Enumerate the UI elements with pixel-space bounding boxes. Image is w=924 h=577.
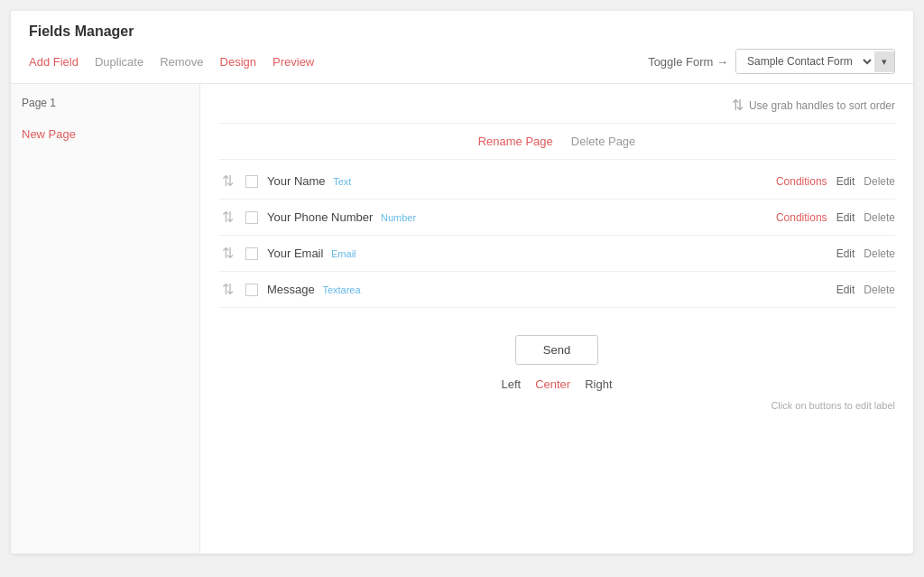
toolbar: Add Field Duplicate Remove Design Previe…	[29, 49, 895, 74]
page-label: Page 1	[22, 97, 189, 116]
send-button[interactable]: Send	[515, 335, 598, 365]
toolbar-left: Add Field Duplicate Remove Design Previe…	[29, 55, 314, 69]
field-checkbox[interactable]	[245, 247, 258, 260]
sidebar: Page 1 New Page	[11, 84, 200, 554]
new-page-button[interactable]: New Page	[22, 127, 76, 141]
conditions-button[interactable]: Conditions	[776, 175, 827, 188]
sort-hint-bar: ⇅ Use grab handles to sort order	[218, 84, 895, 124]
field-checkbox[interactable]	[245, 175, 258, 188]
form-select-wrapper: Sample Contact Form ▾	[735, 49, 895, 74]
edit-button[interactable]: Edit	[836, 284, 855, 296]
preview-button[interactable]: Preview	[273, 55, 314, 69]
toggle-form-label: Toggle Form →	[648, 55, 728, 69]
toolbar-right: Toggle Form → Sample Contact Form ▾	[648, 49, 895, 74]
table-row: ⇅ Your Name Text Conditions Edit Delete	[218, 163, 895, 200]
field-label: Your Email Email	[267, 247, 836, 260]
field-label: Your Name Text	[267, 174, 776, 188]
form-select[interactable]: Sample Contact Form	[736, 50, 874, 73]
send-section: Send Left Center Right	[218, 335, 895, 391]
sort-hint-text: Use grab handles to sort order	[749, 99, 895, 112]
header: Fields Manager Add Field Duplicate Remov…	[11, 11, 913, 84]
add-field-button[interactable]: Add Field	[29, 55, 79, 69]
drag-handle-icon[interactable]: ⇅	[218, 172, 236, 190]
duplicate-button[interactable]: Duplicate	[95, 55, 143, 69]
drag-handle-icon[interactable]: ⇅	[218, 209, 236, 226]
delete-button[interactable]: Delete	[864, 175, 895, 188]
page-actions: Rename Page Delete Page	[218, 124, 895, 160]
edit-button[interactable]: Edit	[836, 175, 855, 188]
align-left[interactable]: Left	[501, 377, 521, 391]
edit-button[interactable]: Edit	[836, 247, 855, 260]
design-button[interactable]: Design	[220, 55, 256, 69]
table-row: ⇅ Message Textarea Edit Delete	[218, 272, 895, 308]
field-label: Your Phone Number Number	[267, 210, 776, 224]
field-label: Message Textarea	[267, 283, 836, 296]
click-hint: Click on buttons to edit label	[218, 391, 895, 414]
field-actions: Edit Delete	[836, 284, 895, 296]
remove-button[interactable]: Remove	[160, 55, 203, 69]
form-select-arrow-icon[interactable]: ▾	[874, 51, 894, 72]
delete-button[interactable]: Delete	[864, 247, 895, 260]
align-center[interactable]: Center	[535, 377, 570, 391]
fields-list: ⇅ Your Name Text Conditions Edit Delete …	[218, 163, 895, 308]
drag-handle-icon[interactable]: ⇅	[218, 245, 236, 262]
field-checkbox[interactable]	[245, 211, 258, 224]
edit-button[interactable]: Edit	[836, 211, 855, 224]
main-area: Page 1 New Page ⇅ Use grab handles to so…	[11, 84, 913, 554]
sort-icon: ⇅	[732, 97, 744, 114]
field-actions: Conditions Edit Delete	[776, 175, 895, 188]
conditions-button[interactable]: Conditions	[776, 211, 827, 224]
page-title: Fields Manager	[29, 23, 895, 40]
field-actions: Conditions Edit Delete	[776, 211, 895, 224]
field-actions: Edit Delete	[836, 247, 895, 260]
drag-handle-icon[interactable]: ⇅	[218, 281, 236, 298]
table-row: ⇅ Your Email Email Edit Delete	[218, 236, 895, 272]
align-right[interactable]: Right	[585, 377, 612, 391]
rename-page-button[interactable]: Rename Page	[478, 135, 553, 148]
delete-page-button[interactable]: Delete Page	[571, 135, 636, 148]
content-area: ⇅ Use grab handles to sort order Rename …	[200, 84, 913, 554]
delete-button[interactable]: Delete	[864, 211, 895, 224]
table-row: ⇅ Your Phone Number Number Conditions Ed…	[218, 200, 895, 236]
click-hint-text: Click on buttons to edit label	[771, 400, 895, 411]
align-options: Left Center Right	[501, 377, 612, 391]
delete-button[interactable]: Delete	[864, 284, 895, 296]
field-checkbox[interactable]	[245, 284, 258, 296]
